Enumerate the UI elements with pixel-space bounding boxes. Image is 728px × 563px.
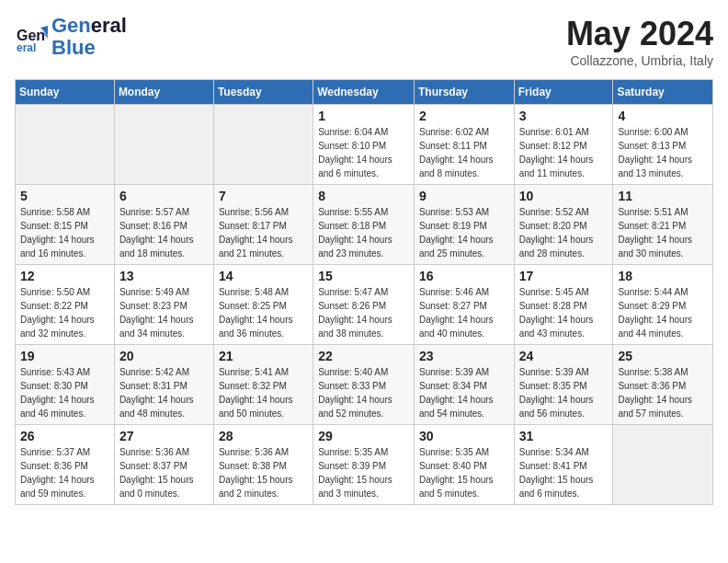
day-number: 19 xyxy=(20,349,109,363)
day-number: 4 xyxy=(618,109,708,123)
calendar-cell: 6Sunrise: 5:57 AM Sunset: 8:16 PM Daylig… xyxy=(114,185,213,265)
calendar-cell: 19Sunrise: 5:43 AM Sunset: 8:30 PM Dayli… xyxy=(16,345,115,425)
day-number: 31 xyxy=(519,429,609,443)
calendar-cell: 21Sunrise: 5:41 AM Sunset: 8:32 PM Dayli… xyxy=(213,345,313,425)
calendar-cell: 16Sunrise: 5:46 AM Sunset: 8:27 PM Dayli… xyxy=(414,265,514,345)
day-number: 5 xyxy=(20,189,109,203)
calendar-cell: 14Sunrise: 5:48 AM Sunset: 8:25 PM Dayli… xyxy=(213,265,313,345)
day-of-week-header: Friday xyxy=(514,80,613,105)
logo-icon: Gen eral xyxy=(15,20,48,53)
day-number: 20 xyxy=(119,349,209,363)
calendar-cell: 4Sunrise: 6:00 AM Sunset: 8:13 PM Daylig… xyxy=(613,105,713,185)
calendar-body: 1Sunrise: 6:04 AM Sunset: 8:10 PM Daylig… xyxy=(16,105,713,505)
day-number: 10 xyxy=(519,189,609,203)
calendar-cell: 5Sunrise: 5:58 AM Sunset: 8:15 PM Daylig… xyxy=(16,185,115,265)
day-number: 22 xyxy=(318,349,409,363)
title-block: May 2024 Collazzone, Umbria, Italy xyxy=(566,15,713,68)
day-header-row: SundayMondayTuesdayWednesdayThursdayFrid… xyxy=(16,80,713,105)
calendar-cell: 12Sunrise: 5:50 AM Sunset: 8:22 PM Dayli… xyxy=(16,265,115,345)
day-of-week-header: Saturday xyxy=(613,80,713,105)
location: Collazzone, Umbria, Italy xyxy=(566,53,713,68)
calendar-cell xyxy=(114,105,213,185)
calendar-week-row: 19Sunrise: 5:43 AM Sunset: 8:30 PM Dayli… xyxy=(16,345,713,425)
calendar-cell: 11Sunrise: 5:51 AM Sunset: 8:21 PM Dayli… xyxy=(613,185,713,265)
day-info: Sunrise: 5:39 AM Sunset: 8:35 PM Dayligh… xyxy=(519,365,609,420)
calendar-cell: 13Sunrise: 5:49 AM Sunset: 8:23 PM Dayli… xyxy=(114,265,213,345)
day-number: 24 xyxy=(519,349,609,363)
calendar-cell: 15Sunrise: 5:47 AM Sunset: 8:26 PM Dayli… xyxy=(313,265,415,345)
calendar-header: SundayMondayTuesdayWednesdayThursdayFrid… xyxy=(16,80,713,105)
day-number: 29 xyxy=(318,429,409,443)
day-number: 28 xyxy=(219,429,308,443)
day-number: 17 xyxy=(519,269,609,283)
day-number: 26 xyxy=(20,429,109,443)
day-info: Sunrise: 5:36 AM Sunset: 8:38 PM Dayligh… xyxy=(219,445,308,500)
calendar-cell: 26Sunrise: 5:37 AM Sunset: 8:36 PM Dayli… xyxy=(16,425,115,505)
day-info: Sunrise: 5:41 AM Sunset: 8:32 PM Dayligh… xyxy=(219,365,308,420)
day-info: Sunrise: 6:00 AM Sunset: 8:13 PM Dayligh… xyxy=(618,125,708,180)
calendar-cell xyxy=(613,425,713,505)
day-info: Sunrise: 5:37 AM Sunset: 8:36 PM Dayligh… xyxy=(20,445,109,500)
day-number: 7 xyxy=(219,189,308,203)
day-number: 27 xyxy=(119,429,209,443)
day-number: 11 xyxy=(618,189,708,203)
day-info: Sunrise: 5:52 AM Sunset: 8:20 PM Dayligh… xyxy=(519,205,609,260)
day-of-week-header: Thursday xyxy=(414,80,514,105)
day-info: Sunrise: 5:46 AM Sunset: 8:27 PM Dayligh… xyxy=(419,285,509,340)
calendar-week-row: 5Sunrise: 5:58 AM Sunset: 8:15 PM Daylig… xyxy=(16,185,713,265)
calendar-cell: 3Sunrise: 6:01 AM Sunset: 8:12 PM Daylig… xyxy=(514,105,613,185)
day-info: Sunrise: 5:50 AM Sunset: 8:22 PM Dayligh… xyxy=(20,285,109,340)
calendar-cell: 25Sunrise: 5:38 AM Sunset: 8:36 PM Dayli… xyxy=(613,345,713,425)
day-number: 2 xyxy=(419,109,509,123)
day-info: Sunrise: 6:01 AM Sunset: 8:12 PM Dayligh… xyxy=(519,125,609,180)
day-number: 12 xyxy=(20,269,109,283)
day-info: Sunrise: 5:38 AM Sunset: 8:36 PM Dayligh… xyxy=(618,365,708,420)
day-number: 25 xyxy=(618,349,708,363)
month-title: May 2024 xyxy=(566,15,713,53)
calendar-cell: 17Sunrise: 5:45 AM Sunset: 8:28 PM Dayli… xyxy=(514,265,613,345)
day-info: Sunrise: 5:55 AM Sunset: 8:18 PM Dayligh… xyxy=(318,205,409,260)
calendar-cell: 20Sunrise: 5:42 AM Sunset: 8:31 PM Dayli… xyxy=(114,345,213,425)
calendar-table: SundayMondayTuesdayWednesdayThursdayFrid… xyxy=(15,79,713,505)
calendar-cell: 28Sunrise: 5:36 AM Sunset: 8:38 PM Dayli… xyxy=(213,425,313,505)
day-info: Sunrise: 5:35 AM Sunset: 8:39 PM Dayligh… xyxy=(318,445,409,500)
calendar-week-row: 12Sunrise: 5:50 AM Sunset: 8:22 PM Dayli… xyxy=(16,265,713,345)
day-info: Sunrise: 5:36 AM Sunset: 8:37 PM Dayligh… xyxy=(119,445,209,500)
day-info: Sunrise: 5:56 AM Sunset: 8:17 PM Dayligh… xyxy=(219,205,308,260)
calendar-cell: 23Sunrise: 5:39 AM Sunset: 8:34 PM Dayli… xyxy=(414,345,514,425)
calendar-cell: 1Sunrise: 6:04 AM Sunset: 8:10 PM Daylig… xyxy=(313,105,415,185)
day-of-week-header: Monday xyxy=(114,80,213,105)
day-info: Sunrise: 5:49 AM Sunset: 8:23 PM Dayligh… xyxy=(119,285,209,340)
day-of-week-header: Sunday xyxy=(16,80,115,105)
day-number: 16 xyxy=(419,269,509,283)
day-number: 18 xyxy=(618,269,708,283)
day-info: Sunrise: 5:48 AM Sunset: 8:25 PM Dayligh… xyxy=(219,285,308,340)
calendar-cell: 24Sunrise: 5:39 AM Sunset: 8:35 PM Dayli… xyxy=(514,345,613,425)
day-info: Sunrise: 6:02 AM Sunset: 8:11 PM Dayligh… xyxy=(419,125,509,180)
calendar-week-row: 1Sunrise: 6:04 AM Sunset: 8:10 PM Daylig… xyxy=(16,105,713,185)
day-number: 6 xyxy=(119,189,209,203)
day-info: Sunrise: 5:58 AM Sunset: 8:15 PM Dayligh… xyxy=(20,205,109,260)
day-info: Sunrise: 5:51 AM Sunset: 8:21 PM Dayligh… xyxy=(618,205,708,260)
logo: Gen eral GeneralBlue xyxy=(15,15,127,59)
calendar-cell: 10Sunrise: 5:52 AM Sunset: 8:20 PM Dayli… xyxy=(514,185,613,265)
svg-text:eral: eral xyxy=(17,41,36,53)
calendar-cell: 18Sunrise: 5:44 AM Sunset: 8:29 PM Dayli… xyxy=(613,265,713,345)
day-info: Sunrise: 5:43 AM Sunset: 8:30 PM Dayligh… xyxy=(20,365,109,420)
calendar-cell: 27Sunrise: 5:36 AM Sunset: 8:37 PM Dayli… xyxy=(114,425,213,505)
day-info: Sunrise: 5:45 AM Sunset: 8:28 PM Dayligh… xyxy=(519,285,609,340)
day-info: Sunrise: 5:53 AM Sunset: 8:19 PM Dayligh… xyxy=(419,205,509,260)
day-info: Sunrise: 6:04 AM Sunset: 8:10 PM Dayligh… xyxy=(318,125,409,180)
calendar-cell xyxy=(16,105,115,185)
calendar-cell: 9Sunrise: 5:53 AM Sunset: 8:19 PM Daylig… xyxy=(414,185,514,265)
calendar-cell: 31Sunrise: 5:34 AM Sunset: 8:41 PM Dayli… xyxy=(514,425,613,505)
day-info: Sunrise: 5:34 AM Sunset: 8:41 PM Dayligh… xyxy=(519,445,609,500)
calendar-cell xyxy=(213,105,313,185)
logo-text: GeneralBlue xyxy=(51,15,127,59)
calendar-cell: 7Sunrise: 5:56 AM Sunset: 8:17 PM Daylig… xyxy=(213,185,313,265)
calendar-cell: 8Sunrise: 5:55 AM Sunset: 8:18 PM Daylig… xyxy=(313,185,415,265)
day-info: Sunrise: 5:35 AM Sunset: 8:40 PM Dayligh… xyxy=(419,445,509,500)
day-number: 21 xyxy=(219,349,308,363)
day-of-week-header: Wednesday xyxy=(313,80,415,105)
day-info: Sunrise: 5:47 AM Sunset: 8:26 PM Dayligh… xyxy=(318,285,409,340)
